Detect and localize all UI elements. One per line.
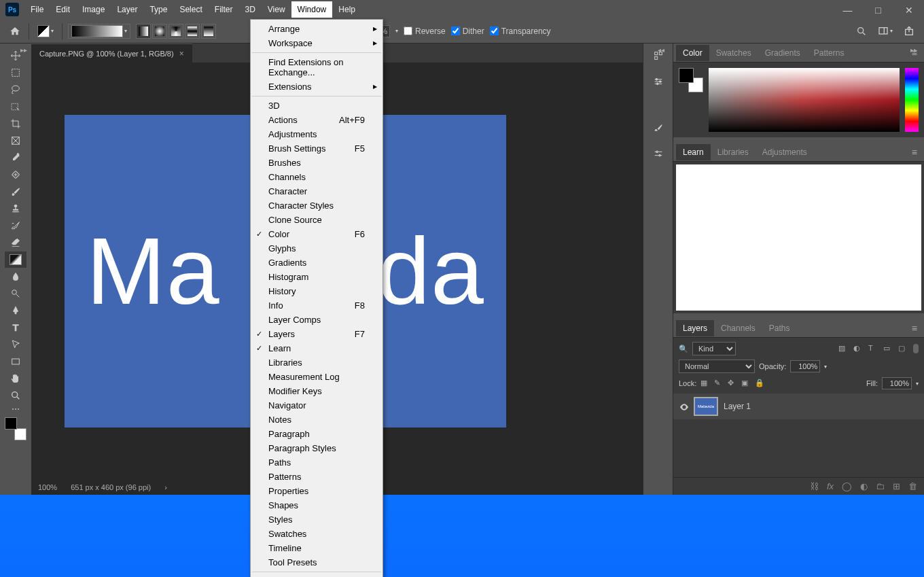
gradient-picker[interactable]: ▾ bbox=[68, 24, 130, 39]
stamp-tool[interactable] bbox=[5, 200, 26, 217]
close-tab-icon[interactable]: × bbox=[179, 49, 184, 58]
blend-mode-select[interactable]: Normal bbox=[679, 360, 755, 373]
link-layers-icon[interactable]: ⛓ bbox=[810, 481, 819, 491]
hue-slider[interactable] bbox=[905, 68, 919, 132]
brush-tool[interactable] bbox=[5, 183, 26, 200]
move-tool[interactable] bbox=[5, 48, 26, 64]
brushes-dock-icon[interactable] bbox=[650, 120, 667, 136]
layer-fill-input[interactable] bbox=[882, 377, 912, 389]
share-icon[interactable] bbox=[901, 23, 917, 39]
menu-window[interactable]: Window bbox=[291, 1, 333, 18]
menu-item-adjustments[interactable]: Adjustments bbox=[251, 127, 383, 141]
reflected-gradient-button[interactable] bbox=[185, 24, 200, 39]
menu-image[interactable]: Image bbox=[76, 1, 111, 18]
menu-item-navigator[interactable]: Navigator bbox=[251, 398, 383, 413]
tab-libraries[interactable]: Libraries bbox=[711, 144, 756, 160]
new-layer-icon[interactable]: ⊞ bbox=[893, 481, 900, 491]
dodge-tool[interactable] bbox=[5, 285, 26, 302]
status-chevron-icon[interactable]: › bbox=[164, 483, 167, 491]
delete-layer-icon[interactable]: 🗑 bbox=[908, 481, 917, 491]
selection-tool[interactable] bbox=[5, 99, 26, 115]
gradient-tool[interactable] bbox=[5, 251, 26, 268]
reverse-checkbox[interactable]: Reverse bbox=[404, 27, 446, 36]
type-tool[interactable] bbox=[5, 319, 26, 336]
path-selection-tool[interactable] bbox=[5, 336, 26, 353]
crop-tool[interactable] bbox=[5, 116, 26, 132]
menu-item-layers[interactable]: LayersF7 bbox=[251, 327, 383, 341]
menu-item-channels[interactable]: Channels bbox=[251, 170, 383, 184]
menu-item-brushes[interactable]: Brushes bbox=[251, 156, 383, 170]
menu-view[interactable]: View bbox=[262, 1, 291, 18]
menu-item-paragraph[interactable]: Paragraph bbox=[251, 427, 383, 441]
panel-menu-icon[interactable]: ≡ bbox=[912, 147, 921, 158]
panel-menu-icon[interactable]: ≡ bbox=[912, 323, 921, 334]
rectangle-tool[interactable] bbox=[5, 353, 26, 370]
menu-3d[interactable]: 3D bbox=[238, 1, 261, 18]
menu-item-libraries[interactable]: Libraries bbox=[251, 355, 383, 370]
lock-transparency-icon[interactable]: ▦ bbox=[700, 379, 710, 388]
menu-layer[interactable]: Layer bbox=[111, 1, 143, 18]
menu-item-character[interactable]: Character bbox=[251, 184, 383, 198]
hand-tool[interactable] bbox=[5, 370, 26, 387]
lasso-tool[interactable] bbox=[5, 82, 26, 98]
tab-adjustments[interactable]: Adjustments bbox=[756, 144, 814, 160]
filter-smart-icon[interactable]: ▢ bbox=[898, 344, 908, 353]
layer-name[interactable]: Layer 1 bbox=[724, 402, 751, 411]
menu-item-notes[interactable]: Notes bbox=[251, 413, 383, 427]
tab-patterns[interactable]: Patterns bbox=[807, 45, 851, 61]
tab-gradients[interactable]: Gradients bbox=[758, 45, 807, 61]
filter-adjust-icon[interactable]: ◐ bbox=[853, 344, 863, 353]
document-tab[interactable]: Capture.PNG @ 100% (Layer 1, RGB/8)× bbox=[31, 43, 192, 63]
menu-item-timeline[interactable]: Timeline bbox=[251, 541, 383, 555]
adjustment-layer-icon[interactable]: ◐ bbox=[860, 481, 868, 491]
tab-swatches[interactable]: Swatches bbox=[709, 45, 758, 61]
menu-item-tool-presets[interactable]: Tool Presets bbox=[251, 555, 383, 570]
visibility-icon[interactable] bbox=[679, 402, 688, 411]
marquee-tool[interactable] bbox=[5, 65, 26, 81]
foreground-background-colors[interactable] bbox=[5, 417, 26, 440]
search-icon[interactable] bbox=[853, 23, 870, 39]
lock-all-icon[interactable]: 🔒 bbox=[755, 379, 764, 388]
dither-checkbox[interactable]: Dither bbox=[451, 27, 484, 36]
menu-help[interactable]: Help bbox=[332, 1, 361, 18]
menu-item-paths[interactable]: Paths bbox=[251, 455, 383, 470]
pen-tool[interactable] bbox=[5, 302, 26, 319]
minimize-button[interactable]: — bbox=[832, 0, 863, 20]
doc-dimensions[interactable]: 651 px x 460 px (96 ppi) bbox=[71, 483, 151, 491]
menu-item-glyphs[interactable]: Glyphs bbox=[251, 241, 383, 256]
menu-item-learn[interactable]: Learn bbox=[251, 341, 383, 355]
menu-item-gradients[interactable]: Gradients bbox=[251, 256, 383, 270]
menu-item-find-extensions-on-exchange-[interactable]: Find Extensions on Exchange... bbox=[251, 55, 383, 80]
menu-filter[interactable]: Filter bbox=[209, 1, 239, 18]
brush-settings-dock-icon[interactable] bbox=[650, 145, 667, 162]
menu-item-3d[interactable]: 3D bbox=[251, 99, 383, 113]
home-icon[interactable] bbox=[7, 23, 23, 39]
frame-tool[interactable] bbox=[5, 133, 26, 149]
menu-item-workspace[interactable]: Workspace bbox=[251, 36, 383, 50]
eyedropper-tool[interactable] bbox=[5, 150, 26, 166]
menu-select[interactable]: Select bbox=[173, 1, 208, 18]
angle-gradient-button[interactable] bbox=[168, 24, 183, 39]
healing-tool[interactable] bbox=[5, 167, 26, 183]
linear-gradient-button[interactable] bbox=[136, 24, 151, 39]
zoom-tool[interactable] bbox=[5, 387, 26, 404]
collapse-panels-icon[interactable]: ▸▸ bbox=[910, 46, 917, 54]
menu-item-modifier-keys[interactable]: Modifier Keys bbox=[251, 384, 383, 398]
zoom-level[interactable]: 100% bbox=[38, 483, 57, 491]
tab-color[interactable]: Color bbox=[676, 45, 709, 61]
menu-item-info[interactable]: InfoF8 bbox=[251, 298, 383, 313]
menu-item-swatches[interactable]: Swatches bbox=[251, 527, 383, 541]
tool-preset-icon[interactable]: ▾ bbox=[35, 23, 56, 39]
layer-row[interactable]: Malavida Layer 1 bbox=[673, 394, 924, 419]
menu-item-clone-source[interactable]: Clone Source bbox=[251, 213, 383, 227]
learn-content[interactable] bbox=[676, 164, 921, 311]
layer-thumbnail[interactable]: Malavida bbox=[694, 397, 718, 416]
collapse-dock-icon[interactable]: ◂◂ bbox=[658, 46, 664, 54]
lock-position-icon[interactable]: ✥ bbox=[728, 379, 737, 388]
layer-opacity-input[interactable] bbox=[790, 360, 820, 372]
menu-item-history[interactable]: History bbox=[251, 284, 383, 298]
tab-paths[interactable]: Paths bbox=[762, 320, 797, 336]
menu-item-patterns[interactable]: Patterns bbox=[251, 470, 383, 484]
menu-item-extensions[interactable]: Extensions bbox=[251, 80, 383, 94]
transparency-checkbox[interactable]: Transparency bbox=[490, 27, 551, 36]
